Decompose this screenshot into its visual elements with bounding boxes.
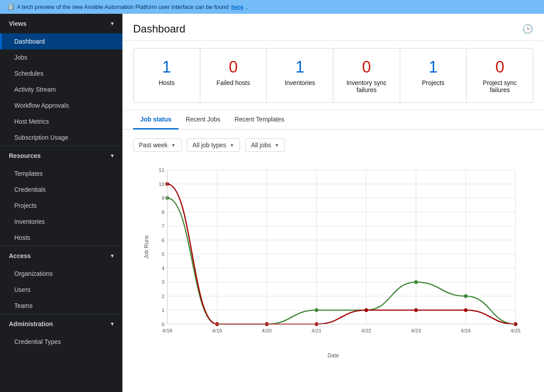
svg-text:3: 3	[162, 279, 164, 285]
job-type-filter[interactable]: All job types ▼	[187, 138, 240, 152]
stat-number-failed-hosts: 0	[207, 57, 260, 77]
chart-filters: Past week ▼ All job types ▼ All jobs ▼	[133, 138, 533, 152]
svg-point-44	[315, 308, 318, 312]
svg-text:4/25: 4/25	[511, 328, 520, 334]
chart-container: 012345678910114/184/194/204/214/224/234/…	[133, 161, 533, 348]
stat-card-inventory-sync-failures[interactable]: 0 Inventory sync failures	[333, 48, 400, 103]
svg-text:7: 7	[162, 223, 164, 229]
history-icon[interactable]: 🕒	[522, 24, 533, 34]
stat-card-projects[interactable]: 1 Projects	[400, 48, 467, 103]
sidebar-item-hosts[interactable]: Hosts	[0, 230, 122, 246]
chevron-down-icon: ▾	[111, 153, 114, 159]
sidebar-item-teams[interactable]: Teams	[0, 298, 122, 314]
sidebar-item-activity-stream[interactable]: Activity Stream	[0, 81, 122, 97]
stat-number-project-sync-failures: 0	[474, 57, 526, 77]
stat-number-projects: 1	[407, 57, 459, 77]
job-type-filter-arrow: ▼	[230, 143, 234, 148]
tab-job-status[interactable]: Job status	[133, 110, 179, 129]
banner-message: A tech preview of the new Ansible Automa…	[17, 4, 229, 10]
svg-text:4/19: 4/19	[212, 328, 222, 334]
sidebar-section-resources[interactable]: Resources▾	[0, 145, 122, 166]
x-axis-label: Date	[133, 352, 533, 359]
sidebar-item-organizations[interactable]: Organizations	[0, 266, 122, 282]
sidebar: Views▾DashboardJobsSchedulesActivity Str…	[0, 14, 122, 392]
stat-label-inventories: Inventories	[274, 79, 326, 86]
svg-text:10: 10	[159, 182, 165, 187]
sidebar-item-jobs[interactable]: Jobs	[0, 49, 122, 65]
sidebar-item-templates[interactable]: Templates	[0, 166, 122, 182]
stat-label-failed-hosts: Failed hosts	[207, 79, 260, 86]
chevron-down-icon: ▾	[111, 253, 114, 259]
chevron-down-icon: ▾	[111, 20, 114, 27]
chevron-down-icon: ▾	[111, 321, 114, 327]
stat-card-failed-hosts[interactable]: 0 Failed hosts	[200, 48, 267, 103]
svg-text:2: 2	[162, 294, 164, 299]
svg-text:Job Runs: Job Runs	[143, 235, 150, 259]
stat-label-hosts: Hosts	[141, 79, 193, 86]
svg-text:8: 8	[162, 210, 164, 215]
sidebar-section-views[interactable]: Views▾	[0, 14, 122, 33]
sidebar-item-workflow-approvals[interactable]: Workflow Approvals	[0, 97, 122, 113]
sidebar-section-label: Views	[9, 20, 26, 27]
stat-card-inventories[interactable]: 1 Inventories	[266, 48, 333, 103]
svg-point-53	[365, 308, 368, 312]
sidebar-item-schedules[interactable]: Schedules	[0, 65, 122, 81]
sidebar-item-inventories[interactable]: Inventories	[0, 214, 122, 230]
svg-text:11: 11	[159, 167, 165, 173]
main-content: Dashboard 🕒 1 Hosts 0 Failed hosts 1 Inv…	[122, 14, 544, 392]
sidebar-section-label: Access	[9, 252, 31, 259]
stat-card-hosts[interactable]: 1 Hosts	[133, 48, 200, 103]
stat-number-inventory-sync-failures: 0	[341, 57, 393, 77]
jobs-filter[interactable]: All jobs ▼	[245, 138, 285, 152]
stat-label-project-sync-failures: Project sync failures	[474, 79, 526, 93]
page-title: Dashboard	[133, 23, 185, 35]
stat-card-project-sync-failures[interactable]: 0 Project sync failures	[466, 48, 533, 103]
sidebar-item-subscription-usage[interactable]: Subscription Usage	[0, 129, 122, 145]
sidebar-item-dashboard[interactable]: Dashboard	[0, 33, 122, 49]
jobs-filter-arrow: ▼	[275, 143, 279, 148]
svg-text:1: 1	[162, 307, 164, 313]
svg-text:5: 5	[162, 251, 164, 257]
sidebar-item-credentials[interactable]: Credentials	[0, 182, 122, 198]
svg-text:4/20: 4/20	[262, 328, 272, 334]
period-filter-arrow: ▼	[171, 143, 176, 148]
svg-text:4/18: 4/18	[162, 328, 172, 334]
sidebar-item-users[interactable]: Users	[0, 282, 122, 298]
svg-text:0: 0	[162, 322, 164, 327]
chart-svg: 012345678910114/184/194/204/214/224/234/…	[133, 161, 533, 348]
svg-point-54	[414, 308, 418, 312]
sidebar-section-access[interactable]: Access▾	[0, 246, 122, 266]
stat-label-inventory-sync-failures: Inventory sync failures	[341, 79, 393, 93]
sidebar-section-label: Resources	[9, 152, 41, 159]
svg-text:4: 4	[162, 266, 165, 271]
period-filter-label: Past week	[139, 141, 168, 149]
stat-label-projects: Projects	[407, 79, 459, 86]
svg-text:6: 6	[162, 238, 164, 243]
svg-text:4/24: 4/24	[461, 328, 471, 334]
jobs-filter-label: All jobs	[251, 141, 271, 149]
svg-point-46	[414, 280, 418, 284]
banner-link[interactable]: here	[231, 4, 244, 10]
svg-text:9: 9	[162, 195, 164, 201]
sidebar-item-projects[interactable]: Projects	[0, 198, 122, 214]
chart-area: Past week ▼ All job types ▼ All jobs ▼ 0…	[122, 129, 544, 392]
sidebar-section-label: Administration	[9, 320, 53, 327]
tab-recent-jobs[interactable]: Recent Jobs	[179, 110, 227, 129]
svg-point-55	[464, 308, 467, 312]
job-type-filter-label: All job types	[193, 141, 226, 149]
sidebar-item-credential-types[interactable]: Credential Types	[0, 334, 122, 350]
svg-text:4/21: 4/21	[312, 328, 321, 334]
tabs-area: Job statusRecent JobsRecent Templates	[122, 110, 544, 129]
period-filter[interactable]: Past week ▼	[133, 138, 182, 152]
sidebar-item-host-metrics[interactable]: Host Metrics	[0, 113, 122, 129]
tab-recent-templates[interactable]: Recent Templates	[227, 110, 292, 129]
stat-number-inventories: 1	[274, 57, 326, 77]
stat-number-hosts: 1	[141, 57, 193, 77]
sidebar-section-administration[interactable]: Administration▾	[0, 314, 122, 334]
stat-cards: 1 Hosts 0 Failed hosts 1 Inventories 0 I…	[122, 41, 544, 110]
svg-text:4/23: 4/23	[411, 328, 421, 334]
svg-text:4/22: 4/22	[361, 328, 371, 334]
top-banner: ℹ️ A tech preview of the new Ansible Aut…	[0, 0, 544, 14]
svg-point-47	[464, 294, 467, 298]
dashboard-header: Dashboard 🕒	[122, 14, 544, 41]
